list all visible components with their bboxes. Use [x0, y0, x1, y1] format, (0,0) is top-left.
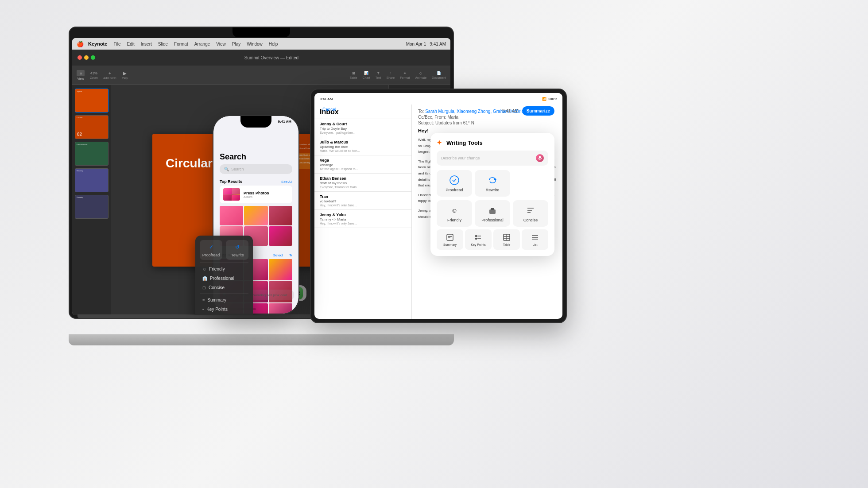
maximize-button[interactable]: [91, 55, 95, 60]
toolbar-add-slide[interactable]: +Add Slide: [103, 71, 116, 80]
mail-item-4[interactable]: Ethan Bensen draft of my thesis Everyone…: [314, 174, 411, 192]
press-photos-thumbnail: [223, 188, 240, 201]
wt-concise-btn[interactable]: Concise: [513, 200, 548, 227]
mail-sender-1: Jenny & Court: [320, 122, 406, 126]
window-title: Summit Overview — Edited: [98, 55, 445, 60]
toolbar-view[interactable]: ⊞View: [77, 70, 85, 80]
svg-rect-0: [539, 156, 541, 159]
slide-thumb-2[interactable]: Circular 02: [75, 115, 108, 139]
wt-keypoints-btn[interactable]: Key Points: [465, 229, 492, 250]
mac-wt-professional[interactable]: 👔 Professional: [200, 274, 248, 283]
describe-bar[interactable]: Describe your change: [437, 151, 548, 166]
sort-button[interactable]: ⇅: [289, 253, 292, 257]
apple-menu[interactable]: 🍎: [77, 41, 84, 47]
mail-item-1[interactable]: Jenny & Court Trip to Doyle Bay Everyone…: [314, 119, 411, 137]
photo-2[interactable]: [244, 206, 267, 225]
wt-table-btn[interactable]: Table: [493, 229, 520, 250]
search-title: Search: [220, 152, 292, 162]
iphone-notch: [240, 116, 271, 128]
wt-rewrite-btn[interactable]: Rewrite: [475, 170, 510, 197]
slide-thumb-4[interactable]: Reducing: [75, 168, 108, 192]
toolbar-text[interactable]: TText: [376, 71, 381, 79]
toolbar-zoom[interactable]: 41%Zoom: [90, 71, 98, 79]
menu-view[interactable]: View: [214, 41, 228, 47]
mail-item-2[interactable]: Julio & Marcus Updating the date Maria, …: [314, 137, 411, 155]
search-placeholder: Search: [231, 167, 244, 171]
summary-label: Summary: [207, 298, 226, 302]
ipad-body: 9:41 AM 📶 100% Inbox Jenny & Court Trip: [310, 89, 567, 323]
toolbar-chart[interactable]: 📊Chart: [363, 71, 370, 79]
mail-subject-2: Updating the date: [320, 145, 406, 149]
table-label: Table: [503, 243, 511, 246]
mac-wt-keypoints[interactable]: • Key Points: [200, 305, 248, 314]
mac-wt-concise[interactable]: ⊡ Concise: [200, 283, 248, 292]
wt-main-tools: Proofread Rewrite: [437, 170, 548, 197]
menu-arrange[interactable]: Arrange: [193, 41, 212, 47]
ipad-left-status: 9:41 AM: [320, 97, 333, 101]
press-photos-title: Press Photos: [244, 191, 269, 195]
ipad-screen: 9:41 AM 📶 100% Inbox Jenny & Court Trip: [314, 93, 562, 319]
mail-preview-5: Hey, I know it's only June...: [320, 204, 406, 207]
wt-proofread-btn[interactable]: Proofread: [437, 170, 472, 197]
menu-insert[interactable]: Insert: [139, 41, 154, 47]
proofread-label: Proofread: [202, 253, 220, 257]
toolbar-share[interactable]: ↑Share: [387, 71, 395, 79]
divider-2: [200, 294, 248, 294]
mail-item-6[interactable]: Jenny & Yoko Tammy <> Maria Hey, I know …: [314, 210, 411, 228]
toolbar-table[interactable]: ⊞Table: [350, 71, 357, 79]
menu-edit[interactable]: Edit: [125, 41, 136, 47]
wt-summary-btn[interactable]: Summary: [437, 229, 463, 250]
slide-label-4: Reducing: [77, 170, 83, 172]
mac-proofread-btn[interactable]: ✓ Proofread: [200, 240, 222, 260]
press-photos-card[interactable]: Press Photos Album: [220, 186, 292, 203]
slide-thumb-1[interactable]: Topics: [75, 89, 108, 112]
menu-slide[interactable]: Slide: [156, 41, 170, 47]
slide-label-1: Topics: [77, 90, 82, 93]
rewrite-label: Rewrite: [230, 253, 244, 257]
app-name[interactable]: Keynote: [88, 41, 107, 46]
ipad: 9:41 AM 📶 100% Inbox Jenny & Court Trip: [310, 89, 567, 323]
menu-window[interactable]: Window: [245, 41, 264, 47]
wt-friendly-btn[interactable]: ☺ Friendly: [437, 200, 472, 227]
menu-file[interactable]: File: [112, 41, 122, 47]
menubar-time: 9:41 AM: [430, 42, 446, 46]
toolbar-play[interactable]: ▶Play: [122, 71, 128, 80]
wt-list-btn[interactable]: List: [522, 229, 548, 250]
mail-item-3[interactable]: Vega xchange At time again! Respond to..…: [314, 155, 411, 174]
wt-tone-tools: ☺ Friendly Professional: [437, 200, 548, 227]
select-button[interactable]: Select: [273, 253, 283, 257]
mac-wt-list[interactable]: ☰ List: [200, 314, 248, 315]
iphone-time: 9:41 AM: [278, 120, 291, 124]
mac-rewrite-btn[interactable]: ↺ Rewrite: [226, 240, 248, 260]
mail-item-5[interactable]: Tran volleyball? Hey, I know it's only J…: [314, 192, 411, 210]
minimize-button[interactable]: [84, 55, 89, 60]
menu-help[interactable]: Help: [267, 41, 280, 47]
menu-format[interactable]: Format: [172, 41, 190, 47]
toolbar-document[interactable]: 📄Document: [432, 71, 446, 79]
wt-professional-btn[interactable]: Professional: [475, 200, 510, 227]
slide-thumb-5[interactable]: Promoting: [75, 195, 108, 219]
summary-label: Summary: [443, 243, 457, 246]
result-photo-9[interactable]: [269, 303, 292, 314]
toolbar-format[interactable]: ✦Format: [400, 71, 410, 79]
photo-1[interactable]: [220, 206, 243, 225]
rewrite-label: Rewrite: [486, 188, 500, 192]
menubar: 🍎 Keynote File Edit Insert Slide Format …: [72, 38, 450, 50]
summarize-button[interactable]: Summarize: [522, 106, 554, 116]
cancel-button[interactable]: Cancel: [322, 107, 336, 112]
slide-thumb-3[interactable]: Environment: [75, 142, 108, 166]
search-bar-top[interactable]: 🔍 Search: [220, 164, 292, 174]
photo-6[interactable]: [269, 226, 292, 246]
writing-tools-title: ✦ Writing Tools: [437, 139, 548, 146]
menu-play[interactable]: Play: [230, 41, 242, 47]
toolbar-animate[interactable]: ◇Animate: [415, 71, 426, 79]
close-button[interactable]: [78, 55, 82, 60]
mail-subject-6: Tammy <> Maria: [320, 217, 406, 221]
mac-wt-friendly[interactable]: ☺ Friendly: [200, 265, 248, 273]
mac-wt-summary[interactable]: ≡ Summary: [200, 296, 248, 304]
mic-button[interactable]: [536, 154, 544, 162]
result-photo-3[interactable]: [269, 259, 292, 280]
see-all-link[interactable]: See All: [281, 180, 292, 184]
concise-label: Concise: [523, 218, 538, 222]
photo-3[interactable]: [269, 206, 292, 225]
